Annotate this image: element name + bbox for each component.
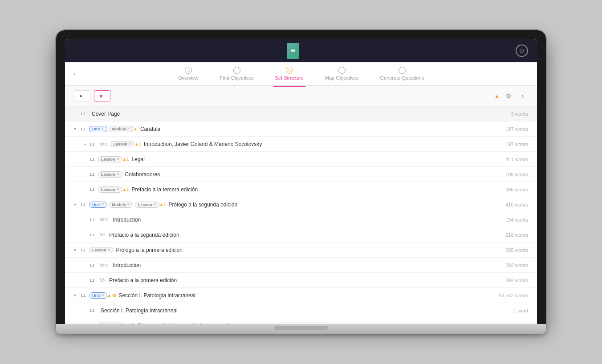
content-tree: L1Cover Page3 words▾L1Unit✕Module✕▲Carát… — [65, 106, 537, 324]
badge-remove-icon[interactable]: ✕ — [101, 202, 104, 206]
tree-row[interactable]: L1Lesson✕▲1Legal441 words — [65, 152, 537, 167]
row-title: Prólogo a la segunda edición — [166, 202, 492, 208]
row-type: intro — [100, 217, 108, 222]
row-toggle[interactable]: ▾ — [74, 126, 81, 131]
row-words: 54,512 words — [492, 293, 528, 298]
badge-unit: Unit✕ — [89, 126, 107, 132]
header-center: 📖 — [287, 43, 303, 59]
badge-lesson: Lesson✕ — [110, 141, 134, 147]
warning-icon: ▲ — [134, 142, 139, 146]
toolbar: ▸ ■ ▲ — [65, 86, 537, 106]
tab-generate-questions-label: Generate Questions — [380, 75, 424, 81]
row-title: Prefacio a la segunda edición — [106, 232, 492, 238]
tab-set-structure[interactable]: ⚠ Set Structure — [273, 67, 305, 81]
tree-row[interactable]: L2h3Prefacio a la segunda edición216 wor… — [65, 227, 537, 243]
tree-row[interactable]: ▾L1Lesson✕Prólogo a la primera edición68… — [65, 243, 537, 258]
badge-remove-icon[interactable]: ✕ — [127, 127, 130, 131]
badge-remove-icon[interactable]: ✕ — [128, 142, 131, 146]
warning-icon: ▲ — [159, 202, 164, 207]
assign-course-levels-button[interactable]: ■ — [94, 90, 110, 101]
tree-row[interactable]: ▾L2Module✕▲51. Síndrome de hipertensión … — [65, 318, 537, 324]
warning-icon: ▲ — [133, 126, 138, 131]
row-words: 386 words — [492, 187, 528, 192]
row-title: Introduction, Javier Goland & Mariano So… — [141, 141, 492, 147]
nav-tabs: ⌂ Overview Find Objectives ⚠ Set Structu… — [65, 62, 537, 85]
badge-remove-icon[interactable]: ✕ — [127, 202, 130, 206]
warning-icon: ▲ — [107, 293, 112, 298]
chevron-down-button[interactable]: › — [517, 91, 528, 101]
row-badges: Unit✕Module✕ — [89, 126, 133, 132]
tab-overview[interactable]: ⌂ Overview — [176, 67, 200, 81]
row-title: Sección I. Patología intracraneal — [116, 292, 492, 299]
row-type: h3 — [100, 278, 105, 283]
row-level: L2 — [90, 278, 98, 283]
row-title: Colaboradores — [122, 171, 492, 178]
row-words: 293 words — [492, 263, 528, 268]
row-badges: Unit✕ — [89, 292, 107, 299]
badge-remove-icon[interactable]: ✕ — [116, 187, 119, 191]
badge-module: Module✕ — [109, 126, 134, 132]
row-words: 197 words — [492, 142, 528, 147]
tab-generate-questions[interactable]: Generate Questions — [378, 67, 426, 81]
row-toggle[interactable]: ▾ — [74, 202, 81, 207]
row-title: Sección I. Patología intracraneal — [98, 307, 492, 314]
set-structure-icon: ⚠ — [286, 67, 293, 74]
row-level: L1 — [90, 172, 98, 177]
row-level: L1 — [90, 187, 98, 192]
row-type: intro — [100, 263, 108, 267]
badge-remove-icon[interactable]: ✕ — [153, 202, 156, 206]
tree-row[interactable]: L1Lesson✕Colaboradores789 words — [65, 167, 537, 182]
tab-map-objectives[interactable]: Map Objectives — [323, 67, 361, 81]
tree-row[interactable]: L1Lesson✕▲1Prefacio a la tercera edición… — [65, 182, 537, 197]
tree-row[interactable]: ▾L1Unit✕Module✕Lesson✕▲1Prólogo a la seg… — [65, 197, 537, 212]
back-nav[interactable]: ‹ — [74, 62, 77, 85]
tab-find-objectives[interactable]: Find Objectives — [218, 67, 256, 81]
row-level: L2 — [90, 263, 98, 267]
row-words: 685 words — [492, 247, 528, 253]
row-toggle[interactable]: ↳ — [83, 142, 90, 146]
tree-row[interactable]: L1Cover Page3 words — [65, 106, 537, 121]
row-level: L1 — [81, 293, 89, 298]
tree-row[interactable]: L2h3Prefacio a la primera edición392 wor… — [65, 273, 537, 288]
tree-row[interactable]: ▾L1Unit✕Module✕▲Carátula197 words — [65, 121, 537, 137]
badge-remove-icon[interactable]: ✕ — [107, 248, 110, 252]
tree-row[interactable]: L2introIntroduction293 words — [65, 258, 537, 273]
row-badges: Unit✕Module✕Lesson✕ — [89, 202, 159, 208]
tab-overview-label: Overview — [178, 75, 199, 81]
row-title: Introduction — [110, 262, 492, 268]
badge-lesson: Lesson✕ — [98, 186, 122, 193]
badge-remove-icon[interactable]: ✕ — [116, 157, 119, 161]
user-icon[interactable]: ⊙ — [516, 44, 528, 57]
tab-set-structure-label: Set Structure — [275, 75, 304, 81]
row-title: Legal — [129, 156, 492, 162]
row-toggle[interactable]: ▾ — [74, 247, 81, 252]
badge-remove-icon[interactable]: ✕ — [101, 127, 104, 131]
warning-icon: ▲ — [122, 157, 127, 162]
row-words: 194 words — [492, 217, 528, 222]
collapse-arrow-icon: ▸ — [80, 93, 82, 99]
row-title: Carátula — [138, 126, 492, 132]
badge-lesson: Lesson✕ — [89, 247, 114, 253]
tree-row[interactable]: ▾L1Unit✕▲48Sección I. Patología intracra… — [65, 288, 537, 303]
badge-remove-icon[interactable]: ✕ — [116, 172, 119, 176]
badge-lesson: Lesson✕ — [98, 171, 122, 178]
tab-map-objectives-label: Map Objectives — [325, 75, 359, 81]
row-level: L2 — [90, 233, 98, 237]
tree-row[interactable]: L2introIntroduction194 words — [65, 212, 537, 227]
gear-button[interactable]: ⚙ — [503, 91, 514, 101]
toolbar-left: ▸ ■ — [74, 90, 110, 101]
row-level: L2 — [90, 308, 98, 313]
row-words: 392 words — [492, 278, 528, 283]
tree-row[interactable]: L2Sección I. Patología intracraneal1 wor… — [65, 303, 537, 318]
row-level: L1 — [81, 112, 89, 116]
tree-row[interactable]: ↳L2introLesson✕▲1Introduction, Javier Go… — [65, 137, 537, 152]
app-header: 📖 ⊙ — [65, 39, 537, 62]
row-words: 3 words — [492, 111, 528, 117]
assign-icon: ■ — [100, 93, 102, 98]
row-toggle[interactable]: ▾ — [74, 293, 81, 298]
collapse-all-button[interactable]: ▸ — [74, 90, 90, 101]
badge-remove-icon[interactable]: ✕ — [101, 293, 104, 297]
row-level: L1 — [81, 127, 89, 131]
nav-tabs-container: ‹ ⌂ Overview Find Objectives — [65, 62, 537, 86]
warnings-badge[interactable]: ▲ — [492, 93, 500, 99]
